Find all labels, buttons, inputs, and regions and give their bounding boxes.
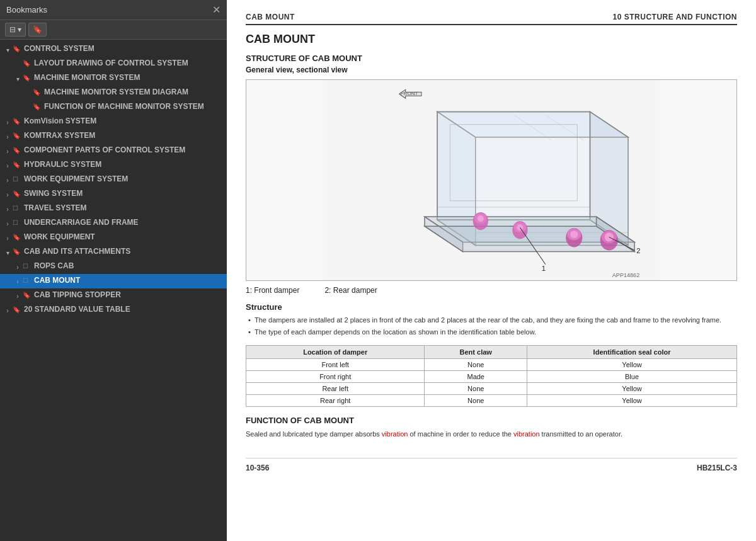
bookmark-icon-component-parts: 🔖 xyxy=(13,146,21,154)
table-cell: Front right xyxy=(246,370,425,382)
expand-icon-work-equipment[interactable]: › xyxy=(3,233,13,243)
expand-icon-cab-tipping[interactable]: › xyxy=(13,291,23,301)
expand-icon-rops-cab[interactable]: › xyxy=(13,262,23,272)
sidebar-item-hydraulic-system[interactable]: ›🔖HYDRAULIC SYSTEM xyxy=(0,158,227,173)
table-row: Rear rightNoneYellow xyxy=(246,394,737,406)
bookmark-icon-cab-attachments: 🔖 xyxy=(13,248,21,256)
damper-table: Location of damper Bent claw Identificat… xyxy=(246,345,737,407)
function-text-part1: Sealed and lubricated type damper absorb… xyxy=(246,430,382,438)
svg-point-20 xyxy=(570,231,578,238)
expand-icon-undercarriage[interactable]: › xyxy=(3,219,13,229)
sidebar-item-komtrax[interactable]: ›🔖KOMTRAX SYSTEM xyxy=(0,129,227,144)
sidebar-item-travel-system[interactable]: ›☐TRAVEL SYSTEM xyxy=(0,202,227,216)
sidebar-item-work-equipment[interactable]: ›🔖WORK EQUIPMENT xyxy=(0,231,227,245)
diagram-caption: 1: Front damper 2: Rear damper xyxy=(246,286,737,295)
sidebar-item-machine-monitor-system[interactable]: ▾🔖MACHINE MONITOR SYSTEM xyxy=(0,71,227,86)
sidebar-item-component-parts[interactable]: ›🔖COMPONENT PARTS OF CONTROL SYSTEM xyxy=(0,144,227,158)
sidebar-item-label-standard-value: 20 STANDARD VALUE TABLE xyxy=(24,305,224,315)
function-text-part3: transmitted to an operator. xyxy=(540,430,622,438)
bookmark-icon-machine-monitor-system: 🔖 xyxy=(23,74,32,82)
sidebar-item-label-component-parts: COMPONENT PARTS OF CONTROL SYSTEM xyxy=(24,145,224,156)
table-cell: Rear left xyxy=(246,382,425,394)
doc-footer: 10-356 HB215LC-3 xyxy=(246,458,737,472)
expand-icon-cab-mount[interactable]: › xyxy=(13,276,23,287)
expand-icon-komvision[interactable]: › xyxy=(3,117,13,127)
sidebar-item-label-komvision: KomVision SYSTEM xyxy=(24,117,224,127)
structure-bullets: The dampers are installed at 2 places in… xyxy=(246,316,737,338)
expand-icon-component-parts[interactable]: › xyxy=(3,146,13,156)
doc-title: CAB MOUNT xyxy=(246,33,737,46)
main-content: CAB MOUNT 10 STRUCTURE AND FUNCTION CAB … xyxy=(227,0,756,541)
svg-point-14 xyxy=(478,215,484,222)
expand-icon-komtrax[interactable]: › xyxy=(3,132,13,142)
sidebar-item-cab-attachments[interactable]: ▾🔖CAB AND ITS ATTACHMENTS xyxy=(0,245,227,259)
sidebar-item-label-cab-mount: CAB MOUNT xyxy=(34,276,224,286)
sidebar-item-control-system[interactable]: ▾🔖CONTROL SYSTEM xyxy=(0,42,227,57)
table-row: Front leftNoneYellow xyxy=(246,358,737,370)
doc-header-bar: CAB MOUNT 10 STRUCTURE AND FUNCTION xyxy=(246,13,737,25)
sidebar-item-label-travel-system: TRAVEL SYSTEM xyxy=(24,203,224,214)
sidebar-item-cab-mount[interactable]: ›☐CAB MOUNT xyxy=(0,274,227,288)
footer-model: HB215LC-3 xyxy=(697,464,737,472)
sidebar-item-label-function-machine-monitor: FUNCTION OF MACHINE MONITOR SYSTEM xyxy=(44,102,224,112)
svg-text:FRONT: FRONT xyxy=(401,91,418,96)
caption-front-damper: 1: Front damper xyxy=(246,286,299,295)
expand-icon-swing-system[interactable]: › xyxy=(3,190,13,200)
sidebar-item-function-machine-monitor[interactable]: 🔖FUNCTION OF MACHINE MONITOR SYSTEM xyxy=(0,100,227,115)
sidebar-item-work-equipment-system[interactable]: ›☐WORK EQUIPMENT SYSTEM xyxy=(0,173,227,187)
bookmark-icon-work-equipment-system: ☐ xyxy=(13,175,21,183)
sidebar-item-standard-value[interactable]: ›🔖20 STANDARD VALUE TABLE xyxy=(0,303,227,317)
caption-rear-damper: 2: Rear damper xyxy=(324,286,377,295)
expand-icon-layout-drawing[interactable] xyxy=(13,59,23,69)
sidebar-item-cab-tipping[interactable]: ›🔖CAB TIPPING STOPPER xyxy=(0,288,227,303)
footer-page-number: 10-356 xyxy=(246,464,269,472)
bookmark-icon-undercarriage: ☐ xyxy=(13,219,21,227)
bookmark-icon-hydraulic-system: 🔖 xyxy=(13,161,21,169)
bookmark-button[interactable]: 🔖 xyxy=(28,23,47,37)
sidebar-item-machine-monitor-diagram[interactable]: 🔖MACHINE MONITOR SYSTEM DIAGRAM xyxy=(0,86,227,100)
table-cell: Front left xyxy=(246,358,425,370)
svg-point-23 xyxy=(605,232,614,241)
function-heading: FUNCTION OF CAB MOUNT xyxy=(246,416,737,425)
sidebar-item-label-cab-attachments: CAB AND ITS ATTACHMENTS xyxy=(24,247,224,257)
bookmark-icon-komvision: 🔖 xyxy=(13,117,21,125)
sidebar: Bookmarks ✕ ⊟ ▾ 🔖 ▾🔖CONTROL SYSTEM🔖LAYOU… xyxy=(0,0,227,541)
expand-icon-work-equipment-system[interactable]: › xyxy=(3,175,13,185)
bookmark-icon-control-system: 🔖 xyxy=(13,45,21,53)
expand-icon-machine-monitor-diagram[interactable] xyxy=(23,88,33,98)
function-highlight1: vibration xyxy=(382,430,408,438)
sidebar-item-swing-system[interactable]: ›🔖SWING SYSTEM xyxy=(0,187,227,202)
expand-icon-control-system[interactable]: ▾ xyxy=(3,45,13,55)
bullet-2: The type of each damper depends on the l… xyxy=(246,327,737,337)
sidebar-item-layout-drawing[interactable]: 🔖LAYOUT DRAWING OF CONTROL SYSTEM xyxy=(0,57,227,71)
table-cell: None xyxy=(425,382,527,394)
table-cell: Rear right xyxy=(246,394,425,406)
structure-heading: STRUCTURE OF CAB MOUNT xyxy=(246,54,737,63)
sidebar-item-rops-cab[interactable]: ›☐ROPS CAB xyxy=(0,259,227,274)
layout-button[interactable]: ⊟ ▾ xyxy=(5,23,26,37)
expand-icon-hydraulic-system[interactable]: › xyxy=(3,161,13,171)
table-header-bent: Bent claw xyxy=(425,345,527,358)
sidebar-item-label-work-equipment: WORK EQUIPMENT xyxy=(24,232,224,242)
expand-icon-function-machine-monitor[interactable] xyxy=(23,103,33,113)
sidebar-toolbar: ⊟ ▾ 🔖 xyxy=(0,20,227,40)
sidebar-item-label-rops-cab: ROPS CAB xyxy=(34,261,224,271)
expand-icon-standard-value[interactable]: › xyxy=(3,305,13,316)
sidebar-item-label-cab-tipping: CAB TIPPING STOPPER xyxy=(34,290,224,300)
bookmark-icon-machine-monitor-diagram: 🔖 xyxy=(33,88,42,96)
sidebar-item-label-hydraulic-system: HYDRAULIC SYSTEM xyxy=(24,160,224,170)
sidebar-item-komvision[interactable]: ›🔖KomVision SYSTEM xyxy=(0,115,227,129)
sidebar-item-label-swing-system: SWING SYSTEM xyxy=(24,189,224,199)
sidebar-title: Bookmarks xyxy=(6,5,47,14)
expand-icon-travel-system[interactable]: › xyxy=(3,204,13,214)
sidebar-item-undercarriage[interactable]: ›☐UNDERCARRIAGE AND FRAME xyxy=(0,216,227,231)
bookmark-icon-cab-mount: ☐ xyxy=(23,276,32,285)
doc-header-right: 10 STRUCTURE AND FUNCTION xyxy=(613,13,737,21)
bookmark-icon-swing-system: 🔖 xyxy=(13,190,21,198)
expand-icon-machine-monitor-system[interactable]: ▾ xyxy=(13,74,23,84)
sidebar-header: Bookmarks ✕ xyxy=(0,0,227,20)
close-icon[interactable]: ✕ xyxy=(212,4,220,16)
sidebar-tree: ▾🔖CONTROL SYSTEM🔖LAYOUT DRAWING OF CONTR… xyxy=(0,40,227,541)
expand-icon-cab-attachments[interactable]: ▾ xyxy=(3,248,13,258)
svg-text:1: 1 xyxy=(542,265,546,272)
